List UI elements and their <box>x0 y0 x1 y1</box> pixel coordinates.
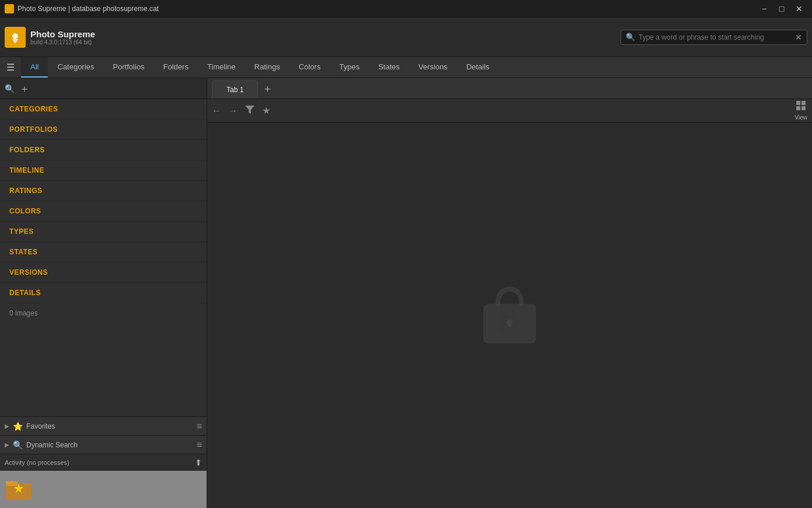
sidebar-dynamic-search-section[interactable]: ▶ 🔍 Dynamic Search ≡ <box>0 436 207 454</box>
content-tab-1[interactable]: Tab 1 <box>212 80 258 99</box>
dynamic-search-arrow-icon: ▶ <box>5 442 9 448</box>
sidebar-toolbar: 🔍 ＋ <box>0 78 207 99</box>
svg-marker-1 <box>12 39 19 44</box>
titlebar: Photo Supreme | database photosupreme.ca… <box>0 0 812 17</box>
sidebar-item-timeline[interactable]: TIMELINE <box>0 160 207 181</box>
content-tab-add-button[interactable]: + <box>259 80 276 99</box>
preview-folder-icon <box>5 475 33 503</box>
tab-timeline[interactable]: Timeline <box>198 57 245 78</box>
view-icon <box>796 100 806 113</box>
svg-rect-8 <box>796 106 800 110</box>
titlebar-left: Photo Supreme | database photosupreme.ca… <box>5 4 159 13</box>
view-label: View <box>795 114 808 121</box>
app-name: Photo Supreme <box>30 29 95 39</box>
sidebar-item-details[interactable]: DETAILS <box>0 283 207 303</box>
favorites-label: Favorites <box>26 422 193 430</box>
forward-button[interactable]: → <box>228 106 238 116</box>
sidebar-preview-area <box>0 471 207 508</box>
tab-details[interactable]: Details <box>457 57 499 78</box>
app-title-block: Photo Supreme build 4.3.0.1713 (64 bit) <box>30 29 95 45</box>
content-main <box>207 122 812 508</box>
svg-marker-5 <box>245 106 255 114</box>
tab-colors[interactable]: Colors <box>290 57 330 78</box>
search-bar[interactable]: 🔍 ✕ <box>621 30 807 45</box>
search-input[interactable] <box>639 33 795 41</box>
tab-portfolios[interactable]: Portfolios <box>103 57 154 78</box>
sidebar-item-categories[interactable]: CATEGORIES <box>0 99 207 120</box>
sidebar-item-ratings[interactable]: RATINGS <box>0 181 207 201</box>
tab-states[interactable]: States <box>369 57 409 78</box>
sidebar-nav: CATEGORIES PORTFOLIOS FOLDERS TIMELINE R… <box>0 99 207 416</box>
favorites-arrow-icon: ▶ <box>5 423 9 429</box>
dynamic-search-label: Dynamic Search <box>26 441 193 449</box>
favorites-star-icon: ⭐ <box>13 422 23 431</box>
tab-all[interactable]: All <box>21 57 48 78</box>
minimize-button[interactable]: − <box>756 3 772 15</box>
activity-label: Activity (no processes) <box>5 459 193 466</box>
content-area: Tab 1 + ← → ★ <box>207 78 812 508</box>
activity-bar: Activity (no processes) ⬆ <box>0 454 207 471</box>
app-logo: Photo Supreme build 4.3.0.1713 (64 bit) <box>5 27 95 48</box>
nav-tabs: ☰ All Categories Portfolios Folders Time… <box>0 57 812 78</box>
sidebar-item-colors[interactable]: COLORS <box>0 201 207 222</box>
tab-versions[interactable]: Versions <box>409 57 457 78</box>
sidebar-favorites-section[interactable]: ▶ ⭐ Favorites ≡ <box>0 417 207 436</box>
close-button[interactable]: ✕ <box>791 3 807 15</box>
search-icon: 🔍 <box>626 33 635 41</box>
sidebar-add-button[interactable]: ＋ <box>19 82 30 96</box>
svg-rect-13 <box>508 323 511 327</box>
dynamic-search-menu-icon[interactable]: ≡ <box>197 440 202 450</box>
svg-rect-6 <box>796 101 800 105</box>
favorites-menu-icon[interactable]: ≡ <box>197 421 202 432</box>
sidebar-item-types[interactable]: TYPES <box>0 222 207 242</box>
svg-rect-9 <box>801 106 806 110</box>
titlebar-title: Photo Supreme | database photosupreme.ca… <box>18 5 159 13</box>
images-count: 0 images <box>0 303 207 323</box>
empty-basket-illustration <box>475 281 545 351</box>
upload-icon[interactable]: ⬆ <box>195 458 202 467</box>
hamburger-button[interactable]: ☰ <box>0 57 21 78</box>
tab-types[interactable]: Types <box>330 57 369 78</box>
tab-folders[interactable]: Folders <box>154 57 198 78</box>
svg-rect-3 <box>6 481 18 486</box>
app-icon <box>5 4 14 13</box>
favorites-star-toolbar-icon[interactable]: ★ <box>262 105 270 116</box>
content-toolbar: ← → ★ View <box>207 99 812 122</box>
sidebar-search-icon[interactable]: 🔍 <box>5 84 15 93</box>
dynamic-search-icon: 🔍 <box>13 440 23 450</box>
filter-icon[interactable] <box>245 104 255 117</box>
tab-ratings[interactable]: Ratings <box>245 57 290 78</box>
sidebar-item-versions[interactable]: VERSIONS <box>0 262 207 283</box>
logo-icon <box>5 27 26 48</box>
sidebar-bottom: ▶ ⭐ Favorites ≡ ▶ 🔍 Dynamic Search ≡ Act… <box>0 416 207 508</box>
main-layout: 🔍 ＋ CATEGORIES PORTFOLIOS FOLDERS TIMELI… <box>0 78 812 508</box>
view-button[interactable]: View <box>795 100 808 121</box>
content-tabs: Tab 1 + <box>207 78 812 99</box>
sidebar-item-folders[interactable]: FOLDERS <box>0 140 207 160</box>
sidebar-item-states[interactable]: STATES <box>0 242 207 262</box>
sidebar-item-portfolios[interactable]: PORTFOLIOS <box>0 120 207 140</box>
sidebar: 🔍 ＋ CATEGORIES PORTFOLIOS FOLDERS TIMELI… <box>0 78 207 508</box>
app-version: build 4.3.0.1713 (64 bit) <box>30 39 95 45</box>
tab-categories[interactable]: Categories <box>48 57 103 78</box>
svg-rect-7 <box>801 101 806 105</box>
search-clear-button[interactable]: ✕ <box>795 33 802 42</box>
titlebar-controls: − □ ✕ <box>756 3 807 15</box>
maximize-button[interactable]: □ <box>773 3 790 15</box>
svg-point-0 <box>12 33 18 39</box>
header: Photo Supreme build 4.3.0.1713 (64 bit) … <box>0 17 812 57</box>
back-button[interactable]: ← <box>212 106 221 116</box>
